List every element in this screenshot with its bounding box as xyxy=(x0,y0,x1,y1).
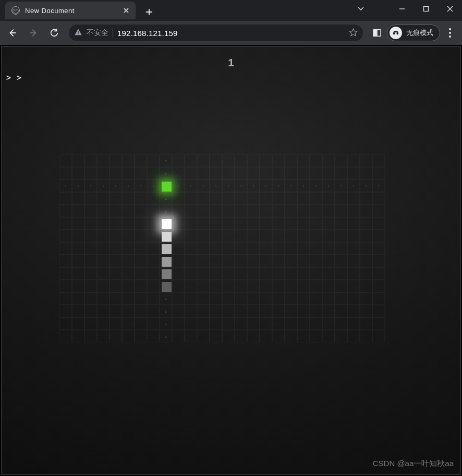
incognito-indicator[interactable]: 无痕模式 xyxy=(387,25,440,41)
grid-cell xyxy=(147,154,160,167)
grid-cell: ‹ xyxy=(84,180,97,192)
grid-cell xyxy=(97,242,110,255)
grid-cell xyxy=(110,205,122,217)
grid-cell xyxy=(260,317,272,330)
browser-tab[interactable]: New Document xyxy=(5,2,136,19)
tab-close-button[interactable] xyxy=(122,6,130,15)
grid-cell xyxy=(347,242,360,255)
grid-cell xyxy=(59,330,72,342)
page-body[interactable]: 1 > > ▾▾‹‹‹‹‹‹‹‹‹‹‹‹‹‹‹‹‹‹‹‹‹‹‹‹‹▴▴▴▴▴▴ … xyxy=(1,46,461,475)
forward-button[interactable] xyxy=(24,23,43,42)
grid-cell xyxy=(197,217,210,230)
grid-cell xyxy=(122,167,135,180)
grid-cell xyxy=(135,192,147,205)
grid-cell: ▴ xyxy=(160,305,172,317)
grid-cell xyxy=(372,330,385,342)
grid-cell xyxy=(197,167,210,180)
grid-cell xyxy=(260,205,272,217)
minimize-button[interactable] xyxy=(390,0,414,18)
grid-cell xyxy=(310,330,322,342)
grid-cell: ‹ xyxy=(285,180,297,192)
window-close-button[interactable] xyxy=(438,0,462,18)
grid-cell xyxy=(110,305,122,317)
window-titlebar: New Document xyxy=(0,0,462,21)
grid-cell xyxy=(360,154,372,167)
grid-cell xyxy=(72,292,84,305)
grid-cell: ‹ xyxy=(222,180,235,192)
tab-search-button[interactable] xyxy=(357,4,365,15)
grid-cell xyxy=(372,192,385,205)
watermark-text: CSDN @aa一叶知秋aa xyxy=(373,459,454,469)
grid-cell xyxy=(172,317,185,330)
browser-toolbar: 不安全 192.168.121.159 无痕模式 xyxy=(0,21,462,45)
grid-cell: ‹ xyxy=(97,180,110,192)
grid-cell xyxy=(235,154,247,167)
grid-cell xyxy=(360,305,372,317)
grid-cell xyxy=(59,205,72,217)
grid-cell xyxy=(72,242,84,255)
grid-cell xyxy=(172,154,185,167)
grid-cell xyxy=(235,305,247,317)
grid-cell xyxy=(210,167,222,180)
grid-cell xyxy=(372,255,385,267)
grid-cell xyxy=(310,167,322,180)
side-panel-button[interactable] xyxy=(368,24,386,42)
grid-cell xyxy=(347,280,360,292)
grid-cell xyxy=(297,292,310,305)
grid-cell xyxy=(160,180,172,192)
grid-cell xyxy=(272,242,285,255)
grid-cell xyxy=(235,267,247,280)
grid-cell xyxy=(247,267,260,280)
grid-cell xyxy=(260,330,272,342)
grid-cell xyxy=(97,255,110,267)
grid-cell xyxy=(122,192,135,205)
grid-cell xyxy=(335,217,347,230)
game-grid[interactable]: ▾▾‹‹‹‹‹‹‹‹‹‹‹‹‹‹‹‹‹‹‹‹‹‹‹‹‹▴▴▴▴▴▴ xyxy=(59,154,385,342)
grid-cell xyxy=(222,280,235,292)
grid-cell xyxy=(147,330,160,342)
game-food xyxy=(162,182,172,192)
grid-cell xyxy=(235,205,247,217)
grid-cell xyxy=(297,330,310,342)
overflow-menu-button[interactable] xyxy=(441,24,459,42)
reload-button[interactable] xyxy=(45,23,64,42)
grid-cell xyxy=(72,192,84,205)
grid-cell xyxy=(360,280,372,292)
grid-cell xyxy=(285,317,297,330)
grid-cell xyxy=(147,317,160,330)
grid-cell xyxy=(310,255,322,267)
grid-cell xyxy=(360,230,372,242)
grid-cell xyxy=(247,317,260,330)
grid-cell xyxy=(84,192,97,205)
grid-cell xyxy=(147,192,160,205)
grid-cell xyxy=(372,292,385,305)
grid-cell xyxy=(135,292,147,305)
grid-cell xyxy=(272,217,285,230)
grid-cell xyxy=(135,154,147,167)
grid-cell xyxy=(235,230,247,242)
maximize-button[interactable] xyxy=(414,0,438,18)
grid-cell xyxy=(122,317,135,330)
grid-cell xyxy=(310,317,322,330)
bookmark-star-icon[interactable] xyxy=(349,28,358,38)
grid-cell xyxy=(160,267,172,280)
grid-cell: ‹ xyxy=(185,180,197,192)
grid-cell xyxy=(347,330,360,342)
address-bar[interactable]: 不安全 192.168.121.159 xyxy=(69,25,363,41)
grid-cell xyxy=(160,255,172,267)
back-button[interactable] xyxy=(3,23,22,42)
svg-rect-5 xyxy=(373,30,376,36)
grid-cell xyxy=(310,267,322,280)
toolbar-right: 无痕模式 xyxy=(368,24,459,42)
grid-cell xyxy=(122,230,135,242)
grid-cell: ▴ xyxy=(160,205,172,217)
grid-cell: ‹ xyxy=(335,180,347,192)
grid-cell xyxy=(260,167,272,180)
grid-cell xyxy=(97,267,110,280)
grid-cell xyxy=(322,305,335,317)
grid-cell: ‹ xyxy=(297,180,310,192)
grid-cell xyxy=(59,280,72,292)
grid-cell xyxy=(310,192,322,205)
new-tab-button[interactable] xyxy=(142,5,156,19)
globe-icon xyxy=(11,6,20,15)
